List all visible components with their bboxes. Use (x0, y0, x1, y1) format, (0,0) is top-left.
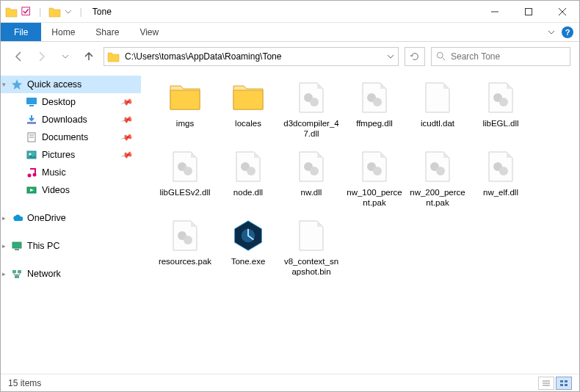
ribbon-expand-icon[interactable] (547, 28, 556, 37)
dll-icon (294, 149, 329, 184)
file-name: libGLESv2.dll (159, 187, 210, 197)
file-item[interactable]: ffmpeg.dll (344, 80, 405, 139)
tab-share[interactable]: Share (85, 23, 129, 41)
file-item[interactable]: nw_100_percent.pak (344, 149, 405, 208)
chevron-right-icon[interactable]: ▸ (2, 242, 6, 250)
dll-icon (357, 80, 392, 115)
bin-icon (294, 218, 329, 253)
videos-icon (26, 184, 37, 196)
sidebar-item-label: OneDrive (27, 213, 66, 223)
details-view-button[interactable] (538, 377, 554, 390)
file-item[interactable]: libGLESv2.dll (155, 149, 215, 208)
sidebar-network[interactable]: ▸ Network (1, 265, 141, 283)
address-dropdown[interactable] (382, 53, 398, 60)
file-item[interactable]: icudtl.dat (407, 80, 468, 139)
file-item[interactable]: imgs (155, 80, 215, 139)
qat-divider: | (79, 6, 81, 17)
music-icon (26, 167, 37, 178)
search-box[interactable] (431, 47, 570, 66)
recent-dropdown[interactable] (57, 48, 74, 65)
quick-access-toolbar: | | Tone (1, 5, 112, 18)
svg-rect-28 (560, 380, 563, 382)
chevron-right-icon[interactable]: ▸ (2, 214, 6, 222)
file-name: locales (235, 118, 261, 128)
up-button[interactable] (80, 48, 98, 65)
search-input[interactable] (451, 51, 565, 62)
sidebar-item-label: Videos (42, 185, 70, 195)
file-view[interactable]: imgslocalesd3dcompiler_47.dllffmpeg.dlli… (142, 71, 579, 374)
tab-view[interactable]: View (129, 23, 169, 41)
file-item[interactable]: d3dcompiler_47.dll (281, 80, 341, 139)
help-button[interactable]: ? (562, 26, 573, 38)
back-button[interactable] (10, 48, 27, 65)
close-button[interactable] (545, 1, 579, 23)
dll-icon (231, 149, 266, 184)
svg-rect-29 (565, 380, 568, 382)
icons-view-button[interactable] (556, 377, 572, 390)
svg-rect-22 (526, 8, 532, 15)
sidebar-item-downloads[interactable]: Downloads📌 (1, 111, 141, 128)
file-item[interactable]: node.dll (218, 149, 278, 208)
qat-divider: | (39, 6, 41, 17)
ribbon: File Home Share View ? (1, 23, 579, 42)
file-name: nw_200_percent.pak (409, 187, 466, 208)
sidebar-item-documents[interactable]: Documents📌 (1, 128, 141, 146)
documents-icon (26, 131, 37, 143)
item-count: 15 items (8, 378, 41, 388)
forward-button[interactable] (33, 48, 51, 65)
tab-home[interactable]: Home (41, 23, 85, 41)
network-icon (11, 268, 23, 280)
chevron-down-icon[interactable]: ▾ (2, 81, 6, 88)
svg-rect-30 (560, 384, 563, 386)
pin-icon: 📌 (120, 95, 134, 109)
pin-icon: 📌 (120, 113, 134, 126)
chevron-down-icon[interactable] (65, 8, 72, 15)
sidebar-quick-access[interactable]: ▾ Quick access (1, 76, 141, 93)
address-input[interactable] (123, 51, 382, 62)
file-item[interactable]: nw.dll (281, 149, 341, 208)
folder-icon[interactable] (48, 5, 62, 18)
sidebar-item-music[interactable]: Music (1, 164, 141, 181)
sidebar-item-label: Music (42, 167, 66, 178)
dll-icon (483, 80, 518, 115)
file-name: v8_context_snapshot.bin (283, 256, 340, 277)
chevron-right-icon[interactable]: ▸ (2, 270, 6, 277)
dll-icon (483, 149, 518, 184)
onedrive-icon (11, 212, 23, 224)
file-item[interactable]: nw_200_percent.pak (407, 149, 468, 208)
file-tab[interactable]: File (1, 23, 41, 41)
checkbox-icon[interactable] (21, 7, 32, 17)
file-name: nw_elf.dll (483, 187, 518, 197)
sidebar-item-videos[interactable]: Videos (1, 181, 141, 199)
minimize-button[interactable] (478, 1, 512, 23)
file-item[interactable]: v8_context_snapshot.bin (281, 218, 341, 277)
file-item[interactable]: locales (218, 80, 278, 139)
pictures-icon (26, 149, 37, 161)
pak-icon (420, 149, 455, 184)
exe-icon (231, 218, 266, 253)
sidebar-item-pictures[interactable]: Pictures📌 (1, 146, 141, 164)
maximize-button[interactable] (512, 1, 545, 23)
sidebar-item-label: This PC (27, 241, 59, 251)
star-icon (11, 79, 23, 90)
sidebar-item-desktop[interactable]: Desktop📌 (1, 93, 141, 111)
pak-icon (357, 149, 392, 184)
file-item[interactable]: resources.pak (155, 218, 215, 277)
file-item[interactable]: nw_elf.dll (471, 149, 531, 208)
nav-row (1, 42, 579, 71)
sidebar-this-pc[interactable]: ▸ This PC (1, 237, 141, 255)
sidebar-onedrive[interactable]: ▸ OneDrive (1, 209, 141, 227)
folder-icon (5, 5, 18, 18)
folder-icon (107, 50, 120, 63)
file-name: Tone.exe (231, 256, 266, 266)
file-item[interactable]: Tone.exe (218, 218, 278, 277)
dat-icon (420, 80, 455, 115)
desktop-icon (26, 96, 37, 108)
status-bar: 15 items (1, 374, 579, 391)
file-item[interactable]: libEGL.dll (471, 80, 531, 139)
titlebar: | | Tone (1, 1, 579, 23)
sidebar-item-label: Desktop (42, 97, 76, 107)
refresh-button[interactable] (405, 47, 425, 66)
address-bar[interactable] (104, 47, 399, 66)
sidebar-item-label: Network (27, 269, 61, 279)
